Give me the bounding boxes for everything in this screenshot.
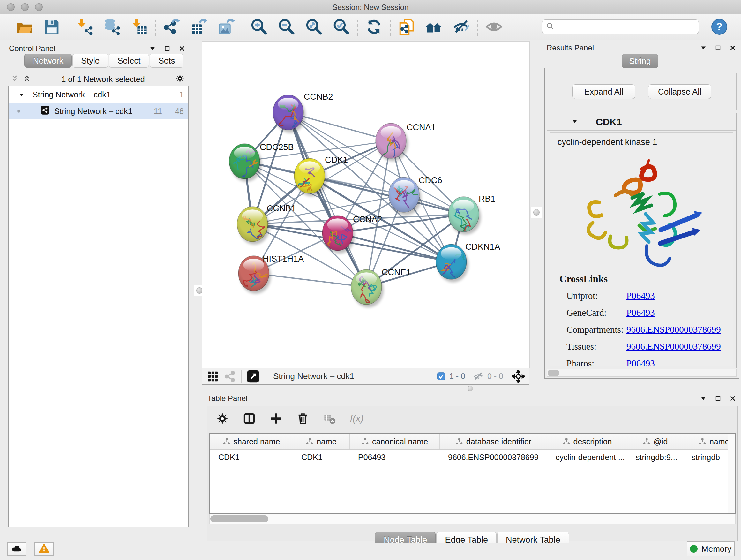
collection-collapse-icon[interactable] [19, 90, 24, 99]
open-folder-button[interactable] [15, 18, 33, 36]
control-panel-title: Control Panel [9, 44, 55, 53]
column-header-description[interactable]: description [547, 434, 627, 449]
grid-view-icon[interactable] [207, 370, 219, 382]
tab-network[interactable]: Network [24, 54, 72, 68]
search-box[interactable] [542, 19, 699, 34]
tab-string[interactable]: String [622, 54, 658, 68]
help-button[interactable]: ? [711, 18, 728, 36]
network-node-CCNA1[interactable] [376, 123, 408, 168]
share-view-icon[interactable] [224, 370, 236, 382]
save-button[interactable] [43, 18, 61, 36]
hidden-eye-icon[interactable] [473, 371, 483, 381]
tab-style[interactable]: Style [72, 54, 108, 68]
warning-button[interactable] [35, 543, 54, 556]
column-header-name[interactable]: name [293, 434, 350, 449]
table-cell[interactable]: 9606.ENSP00000378699 [440, 450, 547, 465]
export-image-button[interactable] [218, 18, 235, 36]
crosslink-row: GeneCard:P06493 [566, 304, 730, 321]
float-panel-icon[interactable] [715, 395, 721, 401]
columns-button[interactable] [242, 412, 256, 426]
crosslink-link[interactable]: P06493 [626, 291, 655, 301]
float-panel-icon[interactable] [164, 45, 171, 52]
collapse-panel-icon[interactable] [700, 395, 706, 401]
tab-select[interactable]: Select [109, 54, 149, 68]
column-header-shared-name[interactable]: shared name [210, 434, 293, 449]
collapse-all-button[interactable]: Collapse All [648, 84, 711, 99]
show-all-eye-button[interactable] [485, 18, 503, 36]
hide-unselected-button[interactable] [453, 18, 470, 36]
expand-all-button[interactable]: Expand All [572, 84, 635, 99]
close-panel-icon[interactable] [730, 395, 736, 401]
table-row[interactable]: CDK1CDK1P064939606.ENSP00000378699cyclin… [210, 450, 735, 465]
gear-button[interactable] [215, 412, 229, 426]
gear-icon[interactable] [176, 74, 185, 84]
table-vscrollbar[interactable] [728, 434, 735, 513]
table-header-row: shared namenamecanonical namedatabase id… [210, 434, 735, 450]
expand-tree-icon[interactable] [11, 75, 18, 84]
results-buttons-row: Expand All Collapse All [547, 73, 737, 111]
export-network-button[interactable] [163, 18, 181, 36]
entry-collapse-icon[interactable] [571, 118, 578, 126]
column-header-database-identifier[interactable]: database identifier [440, 434, 547, 449]
column-header--id[interactable]: @id [627, 434, 683, 449]
add-column-button[interactable] [269, 412, 283, 426]
network-node-CDKN1A[interactable] [436, 244, 468, 282]
column-header-canonical-name[interactable]: canonical name [350, 434, 440, 449]
table-hscrollbar[interactable] [209, 514, 736, 524]
search-input[interactable] [557, 22, 695, 31]
collapse-tree-icon[interactable] [23, 75, 30, 84]
close-panel-icon[interactable] [179, 45, 185, 52]
crosslink-link[interactable]: 9606.ENSP00000378699 [626, 324, 721, 335]
import-database-button[interactable] [103, 18, 121, 36]
refresh-button[interactable] [365, 18, 383, 36]
birdseye-view-icon[interactable] [247, 370, 259, 383]
crosslink-link[interactable]: 9606.ENSP00000378699 [626, 341, 721, 352]
first-neighbors-button[interactable] [425, 18, 443, 36]
close-panel-icon[interactable] [730, 45, 736, 51]
network-canvas[interactable]: CCNB2CCNA1CDC25BCDK1CDC6RB1CCNB1CCNA2CDK… [202, 42, 529, 368]
zoom-selected-button[interactable] [333, 18, 350, 36]
collapse-panel-icon[interactable] [149, 45, 156, 52]
delete-button[interactable] [296, 412, 310, 426]
crosslink-link[interactable]: P06493 [626, 307, 655, 318]
network-node-RB1[interactable] [448, 197, 481, 235]
zoom-in-button[interactable] [250, 18, 268, 36]
table-cell[interactable]: P06493 [350, 450, 440, 465]
network-node-CCNB2[interactable] [273, 95, 306, 133]
tab-sets[interactable]: Sets [150, 54, 184, 68]
right-splitter-handle[interactable] [531, 206, 542, 218]
gene-entry-header[interactable]: CDK1 [547, 113, 736, 131]
network-node-CDK1[interactable] [294, 159, 327, 197]
results-hscrollbar[interactable] [547, 369, 737, 377]
network-node-CCNE1[interactable] [351, 269, 384, 307]
network-node-CCNA2[interactable] [322, 215, 356, 253]
gene-entry-panel: CDK1 cyclin-dependent kinase 1 [547, 113, 737, 368]
export-table-button[interactable] [190, 18, 208, 36]
table-cell[interactable]: cyclin-dependent ... [547, 450, 627, 465]
delete-table-button[interactable] [323, 412, 337, 426]
titlebar: Session: New Session [0, 0, 741, 14]
crosslink-link[interactable]: P06493 [626, 358, 655, 366]
string-import-button[interactable] [398, 18, 415, 36]
node-label-RB1: RB1 [479, 194, 495, 204]
network-row[interactable]: String Network – cdk1 11 48 [9, 103, 188, 119]
crosslink-label: Compartments: [566, 324, 626, 335]
control-panel: Control Panel NetworkStyleSelectSets 1 o… [4, 41, 190, 530]
selected-checkbox-icon[interactable] [437, 372, 446, 381]
float-panel-icon[interactable] [715, 45, 721, 51]
zoom-out-button[interactable] [278, 18, 295, 36]
zoom-fit-button[interactable] [305, 18, 323, 36]
network-collection-row[interactable]: String Network – cdk1 1 [9, 86, 188, 103]
network-node-CDC25B[interactable] [229, 144, 262, 182]
collapse-panel-icon[interactable] [700, 45, 706, 51]
table-cell[interactable]: CDK1 [210, 450, 293, 465]
import-table-button[interactable] [130, 18, 148, 36]
import-network-button[interactable] [75, 18, 93, 36]
cloud-button[interactable] [7, 543, 26, 556]
results-panel: Results Panel String Expand All Collapse… [543, 41, 741, 384]
crosshair-icon[interactable] [512, 370, 525, 383]
fx-button[interactable]: f(x) [349, 412, 363, 426]
memory-button[interactable]: Memory [687, 541, 735, 557]
table-cell[interactable]: CDK1 [293, 450, 350, 465]
table-cell[interactable]: stringdb:9... [627, 450, 683, 465]
